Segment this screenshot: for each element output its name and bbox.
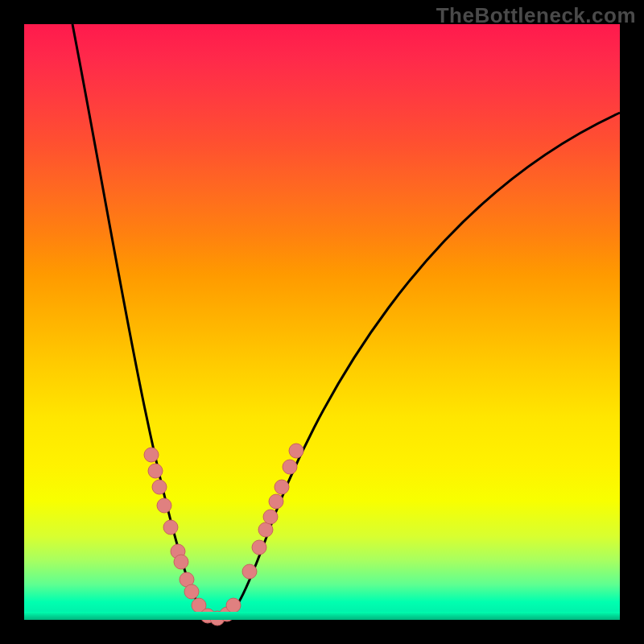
data-marker (226, 598, 241, 613)
bottleneck-curve (72, 24, 620, 620)
chart-frame: TheBottleneck.com (0, 0, 644, 644)
curve-svg (24, 24, 620, 620)
data-marker (263, 510, 278, 524)
data-marker (210, 611, 225, 625)
data-marker (152, 480, 167, 494)
data-marker (275, 480, 289, 494)
data-marker (174, 555, 188, 569)
data-marker (163, 520, 178, 535)
data-marker (252, 540, 266, 555)
data-marker (148, 464, 163, 478)
data-markers-group (144, 444, 303, 625)
data-marker (242, 564, 257, 579)
plot-area (24, 24, 620, 620)
data-marker (283, 460, 297, 474)
data-marker (157, 498, 171, 513)
data-marker (184, 584, 199, 599)
data-marker (289, 444, 303, 458)
data-marker (144, 448, 159, 462)
data-marker (258, 522, 273, 537)
data-marker (269, 494, 283, 509)
